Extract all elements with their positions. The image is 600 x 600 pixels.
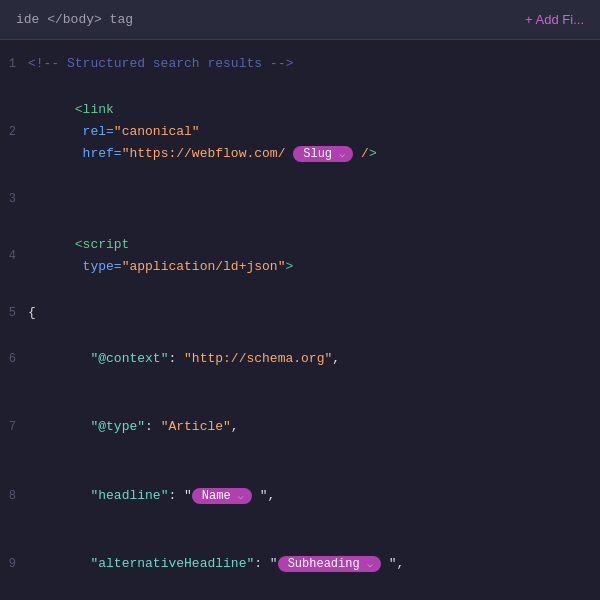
code-line-3: 3: [0, 189, 600, 211]
json-alt-headline: "alternativeHeadline": "Subheading ⌵ ",: [28, 531, 404, 597]
line-number: 3: [0, 189, 28, 209]
line-number: 1: [0, 54, 28, 74]
json-headline: "headline": "Name ⌵ ",: [28, 463, 275, 529]
top-bar-title: ide </body> tag: [16, 12, 133, 27]
line-number: 5: [0, 303, 28, 323]
name-pill[interactable]: Name ⌵: [192, 488, 252, 504]
json-type: "@type": "Article",: [28, 394, 239, 460]
code-line-1: 1 <!-- Structured search results -->: [0, 52, 600, 76]
code-line-9: 9 "alternativeHeadline": "Subheading ⌵ "…: [0, 530, 600, 598]
code-editor: 1 <!-- Structured search results --> 2 <…: [0, 40, 600, 600]
json-context: "@context": "http://schema.org",: [28, 326, 340, 392]
code-line-8: 8 "headline": "Name ⌵ ",: [0, 462, 600, 530]
code-line-2: 2 <link rel="canonical" href="https://we…: [0, 76, 600, 188]
comment-text: <!-- Structured search results -->: [28, 53, 293, 75]
script-tag: <script type="application/ld+json">: [28, 212, 293, 300]
line-number: 6: [0, 349, 28, 369]
code-line-7: 7 "@type": "Article",: [0, 393, 600, 461]
open-brace: {: [28, 302, 36, 324]
top-bar: ide </body> tag + Add Fi...: [0, 0, 600, 40]
link-tag: <link rel="canonical" href="https://webf…: [28, 77, 377, 187]
line-number: 9: [0, 554, 28, 574]
subheading-pill-1[interactable]: Subheading ⌵: [278, 556, 381, 572]
slug-pill[interactable]: Slug ⌵: [293, 146, 353, 162]
line-number: 2: [0, 122, 28, 142]
code-line-4: 4 <script type="application/ld+json">: [0, 211, 600, 301]
line-number: 4: [0, 246, 28, 266]
code-line-6: 6 "@context": "http://schema.org",: [0, 325, 600, 393]
line-number: 7: [0, 417, 28, 437]
code-line-5: 5 {: [0, 301, 600, 325]
line-number: 8: [0, 486, 28, 506]
add-file-button[interactable]: + Add Fi...: [525, 12, 584, 27]
